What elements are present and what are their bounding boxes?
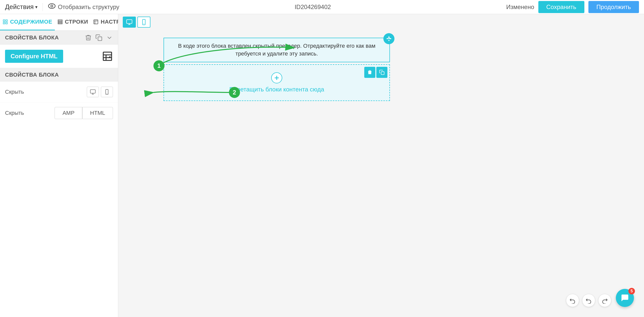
chevron-down-icon[interactable] [106,34,113,41]
hide-label: Скрыть [5,89,24,95]
svg-rect-13 [103,52,112,61]
svg-rect-7 [58,21,62,23]
rows-icon [57,19,63,25]
content-area: 1 2 [118,14,644,317]
desktop-view-btn[interactable] [123,17,136,28]
move-arrows-icon [386,36,392,42]
hide-row-amp-html: Скрыть AMP HTML [0,102,118,124]
svg-rect-17 [90,90,95,93]
top-bar-right: Изменено Сохранить Продолжить [506,1,639,13]
block-props-label2: СВОЙСТВА БЛОКА [5,72,59,78]
desktop-icon [90,89,96,95]
move-icon[interactable] [383,33,394,44]
tab-rows-label: СТРОКИ [65,19,88,25]
svg-rect-9 [94,20,98,24]
chat-icon [620,293,629,302]
copy-icon-small [379,70,385,75]
svg-rect-2 [3,20,5,21]
view-structure[interactable]: Отобразить структуру [48,2,119,12]
svg-point-21 [107,93,107,94]
block-props-header: СВОЙСТВА БЛОКА [0,31,118,45]
mobile-view-icon [141,19,147,25]
svg-rect-4 [3,22,5,24]
drop-zone-copy-btn[interactable] [376,67,387,78]
mobile-view-btn[interactable] [137,17,150,28]
canvas: 1 2 [118,30,644,317]
sidebar-tabs: СОДЕРЖИМОЕ СТРОКИ НАСТРОЙКИ [0,14,118,31]
configure-html-button[interactable]: Configure HTML [5,50,63,63]
device-icons [87,87,113,97]
drop-zone[interactable]: Перетащить блоки контента сюда [164,64,390,101]
grid-icon [3,19,8,25]
divider [43,3,43,11]
undo2-button[interactable] [582,294,595,307]
block-props-header2: СВОЙСТВА БЛОКА [0,68,118,82]
drop-zone-plus-icon[interactable] [271,72,282,83]
changed-label: Изменено [506,4,534,11]
svg-rect-5 [6,22,7,24]
tooltip-text: В коде этого блока вставлен скрытый прех… [178,43,376,57]
sidebar: СОДЕРЖИМОЕ СТРОКИ НАСТРОЙКИ СВОЙСТВА БЛО… [0,14,118,317]
top-bar: Действия ▾ Отобразить структуру ID204269… [0,0,644,14]
undo-button[interactable] [566,294,579,307]
tab-content[interactable]: СОДЕРЖИМОЕ [0,14,55,30]
svg-rect-3 [6,20,7,21]
main-layout: СОДЕРЖИМОЕ СТРОКИ НАСТРОЙКИ СВОЙСТВА БЛО… [0,14,644,317]
eye-icon [48,2,56,12]
badge-2: 2 [229,87,240,98]
undo-redo-bar [566,294,611,307]
redo-button[interactable] [598,294,611,307]
amp-html-buttons: AMP HTML [55,107,113,119]
hide-row-devices: Скрыть [0,82,118,102]
svg-rect-22 [127,20,132,23]
configure-html-icon[interactable] [102,51,113,62]
block-props-label: СВОЙСТВА БЛОКА [5,34,59,41]
svg-rect-8 [58,23,62,24]
amp-button[interactable]: AMP [55,107,82,119]
hide-label2: Скрыть [5,110,24,116]
configure-html-area: Configure HTML [0,45,118,68]
mobile-icon [104,89,110,95]
svg-point-0 [49,4,55,9]
undo2-icon [585,297,592,304]
desktop-icon-btn[interactable] [87,87,99,97]
chat-badge: 5 [628,288,635,294]
tab-rows[interactable]: СТРОКИ [55,14,91,30]
drop-zone-trash-btn[interactable] [364,67,375,78]
save-button[interactable]: Сохранить [538,1,584,13]
settings-icon [93,19,99,25]
plus-icon [273,74,280,81]
continue-button[interactable]: Продолжить [588,1,639,13]
tab-content-label: СОДЕРЖИМОЕ [10,19,52,25]
actions-menu[interactable]: Действия ▾ [5,3,37,11]
trash-icon-small [367,70,373,75]
drop-zone-text: Перетащить блоки контента сюда [229,86,324,93]
tooltip-banner: В коде этого блока вставлен скрытый прех… [164,38,390,62]
svg-point-1 [51,5,53,7]
html-button[interactable]: HTML [82,107,113,119]
undo-icon [569,297,576,304]
mobile-icon-btn[interactable] [101,87,113,97]
view-label: Отобразить структуру [58,4,119,11]
desktop-view-icon [126,19,133,25]
chat-widget[interactable]: 5 [616,289,634,307]
redo-icon [601,297,608,304]
trash-icon[interactable] [85,34,92,41]
drop-zone-actions [364,67,387,78]
chevron-down-icon: ▾ [35,4,37,10]
device-toolbar [118,14,644,30]
svg-rect-6 [58,20,62,21]
svg-point-26 [144,23,144,24]
svg-rect-25 [143,19,145,25]
badge-1: 1 [153,60,165,71]
page-id: ID204269402 [124,4,501,11]
svg-rect-29 [381,72,384,75]
edit-table-icon [102,51,113,62]
actions-label: Действия [5,3,34,11]
header-icons [85,34,113,41]
svg-rect-12 [98,37,102,41]
copy-icon[interactable] [95,34,102,41]
